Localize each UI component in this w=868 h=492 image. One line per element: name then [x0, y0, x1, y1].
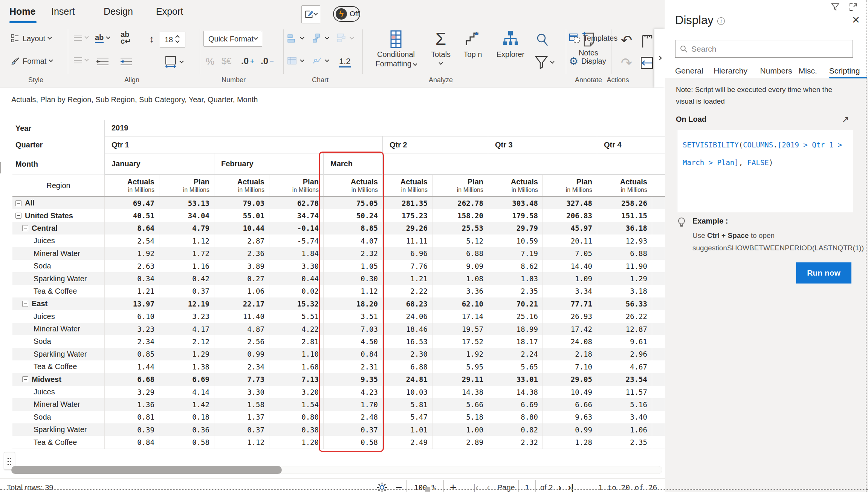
cell[interactable]: 4.23 [323, 386, 382, 398]
cell[interactable]: 7.05 [542, 247, 597, 260]
cell[interactable]: 0.34 [104, 272, 159, 285]
cell[interactable]: 56.33 [597, 297, 652, 310]
redo-button[interactable]: ↷ [621, 55, 632, 71]
measure-header-7[interactable]: Actualsin Millions [488, 175, 542, 196]
cell[interactable]: 281.35 [382, 197, 432, 209]
cell[interactable]: 2.30 [382, 348, 432, 360]
cell[interactable]: 1.70 [323, 398, 382, 411]
cell[interactable]: 3.40 [597, 411, 652, 423]
cell[interactable]: 1.20 [269, 436, 323, 448]
cell[interactable]: 2.31 [323, 360, 382, 373]
cell[interactable]: 17.42 [542, 323, 597, 335]
cell[interactable]: 29.79 [488, 222, 542, 235]
cell[interactable]: 62.78 [269, 197, 323, 209]
cell[interactable]: 2.87 [214, 235, 269, 247]
cell[interactable]: 2.35 [597, 436, 652, 448]
cell[interactable]: 68.23 [382, 297, 432, 310]
cell[interactable]: 9.35 [323, 373, 382, 385]
cell[interactable]: 5.12 [432, 235, 488, 247]
table-row-tea-coffee[interactable]: Tea & Coffee0.840.581.121.200.582.492.89… [12, 436, 665, 448]
cell[interactable]: 175.23 [382, 209, 432, 222]
cell[interactable]: 6.68 [104, 373, 159, 385]
cell[interactable]: 14.38 [432, 386, 488, 398]
cell[interactable]: 2.18 [542, 348, 597, 360]
cell[interactable]: 2.34 [104, 335, 159, 348]
cell[interactable]: 40.51 [104, 209, 159, 222]
cell[interactable]: 4.67 [597, 360, 652, 373]
cell[interactable]: 4.07 [323, 235, 382, 247]
cell[interactable]: 1.12 [159, 235, 214, 247]
cell[interactable]: 7.76 [382, 260, 432, 272]
align-horizontal-button[interactable] [74, 35, 88, 41]
cell[interactable]: 12.19 [159, 297, 214, 310]
chart-layout-button[interactable] [337, 33, 353, 44]
focus-mode-icon[interactable] [849, 3, 857, 11]
ruler-button[interactable] [641, 35, 653, 48]
cell[interactable]: 24.08 [542, 335, 597, 348]
cell[interactable]: 25.53 [432, 222, 488, 235]
cell[interactable]: 0.44 [269, 272, 323, 285]
cell[interactable]: 53.13 [159, 197, 214, 209]
month-header-march[interactable]: March [323, 153, 382, 175]
cell[interactable]: 4.14 [159, 386, 214, 398]
cell[interactable]: 11.90 [597, 260, 652, 272]
cell[interactable]: 79.03 [214, 197, 269, 209]
month-header-february[interactable]: February [214, 153, 323, 175]
cell[interactable]: 206.83 [542, 209, 597, 222]
cell[interactable]: 4.79 [159, 222, 214, 235]
cell[interactable]: 10.03 [382, 386, 432, 398]
table-row-sparkling-water[interactable]: Sparkling Water0.390.360.370.380.371.011… [12, 423, 665, 436]
cell[interactable]: 1.38 [159, 360, 214, 373]
cell[interactable]: 1.28 [542, 436, 597, 448]
cell[interactable]: 6.88 [597, 247, 652, 260]
collapse-icon[interactable] [15, 213, 21, 219]
cell[interactable]: 1.05 [323, 260, 382, 272]
cell[interactable]: 15.32 [269, 297, 323, 310]
cell[interactable]: 6.96 [382, 247, 432, 260]
measure-header-6[interactable]: Planin Millions [432, 175, 488, 196]
display-settings-button[interactable]: ⚙ Display [569, 55, 606, 67]
table-row-tea-coffee[interactable]: Tea & Coffee1.441.382.341.682.316.885.95… [12, 360, 665, 373]
cell[interactable]: 0.38 [269, 423, 323, 436]
format-button[interactable]: Format [11, 57, 52, 66]
cell[interactable]: 6.10 [104, 310, 159, 323]
top-n-button[interactable]: Top n [457, 30, 489, 59]
cell[interactable]: 1.36 [104, 398, 159, 411]
cell[interactable]: 29.11 [432, 373, 488, 385]
cell[interactable]: 34.74 [269, 209, 323, 222]
align-vertical-button[interactable] [74, 57, 88, 63]
cell[interactable]: 7.13 [269, 373, 323, 385]
percent-format-button[interactable]: % [206, 56, 214, 67]
text-direction-button[interactable]: ab [95, 33, 110, 43]
cell[interactable]: 1.92 [432, 348, 488, 360]
cell[interactable]: 2.49 [382, 436, 432, 448]
cell[interactable]: 14.40 [542, 260, 597, 272]
cell[interactable]: 29.05 [542, 373, 597, 385]
cell[interactable]: 1.12 [214, 436, 269, 448]
collapse-icon[interactable] [15, 200, 21, 206]
cell[interactable]: 0.82 [488, 423, 542, 436]
cell[interactable]: 0.27 [214, 272, 269, 285]
cell[interactable]: 18.20 [323, 297, 382, 310]
table-row-sparkling-water[interactable]: Sparkling Water0.851.290.991.100.842.301… [12, 348, 665, 360]
quarter-header-2[interactable]: Qtr 2 [382, 136, 488, 153]
cell[interactable]: 2.54 [104, 235, 159, 247]
cell[interactable]: 5.51 [269, 310, 323, 323]
measure-header-1[interactable]: Planin Millions [159, 175, 214, 196]
scrollbar-thumb[interactable] [11, 466, 282, 474]
cell[interactable]: 1.84 [269, 247, 323, 260]
horizontal-scrollbar[interactable] [11, 466, 662, 474]
cell[interactable]: 1.42 [159, 398, 214, 411]
cell[interactable]: 3.30 [214, 386, 269, 398]
cell[interactable]: 6.88 [432, 247, 488, 260]
first-page-button[interactable]: |‹ [473, 479, 478, 492]
cell[interactable]: 1.21 [382, 272, 432, 285]
indent-button[interactable] [120, 57, 133, 66]
measure-header-5[interactable]: Actualsin Millions [382, 175, 432, 196]
cell[interactable]: 1.03 [488, 272, 542, 285]
cell[interactable]: 2.89 [432, 436, 488, 448]
collapse-icon[interactable] [22, 225, 28, 231]
cell[interactable]: 0.99 [542, 423, 597, 436]
table-row-tea-coffee[interactable]: Tea & Coffee1.210.371.060.021.122.223.36… [12, 285, 665, 297]
cell[interactable]: 1.16 [159, 260, 214, 272]
